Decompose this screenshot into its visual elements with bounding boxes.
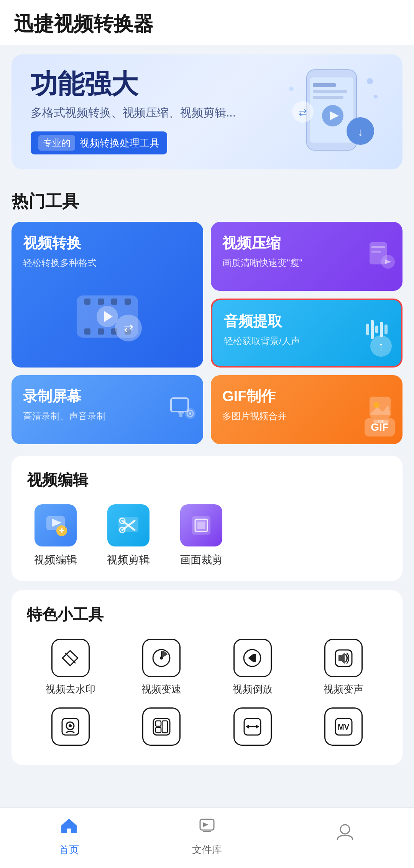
edit-tool-screen-crop[interactable]: 画面裁剪 [172, 504, 230, 567]
svg-marker-71 [203, 822, 209, 827]
special-tool-reverse[interactable]: 视频倒放 [209, 639, 296, 696]
svg-point-73 [340, 825, 350, 834]
remove-watermark-icon [51, 639, 90, 677]
svg-rect-63 [162, 721, 168, 733]
film-hole [84, 328, 90, 335]
hot-tools-bottom-row: 录制屏幕 高清录制、声音录制 GIF制作 多图片视频合并 [12, 375, 402, 444]
banner-text: 功能强大 多格式视频转换、视频压缩、视频剪辑... 专业的 视频转换处理工具 [31, 69, 276, 154]
edit-tools-row: 视频编辑 视频剪辑 [27, 504, 387, 567]
speed-change-icon [142, 639, 181, 677]
remove-watermark-label: 视频去水印 [46, 683, 95, 696]
special-tool-merge[interactable] [118, 707, 205, 751]
header: 迅捷视频转换器 [0, 0, 414, 45]
svg-rect-4 [313, 96, 343, 99]
special-tools-title: 特色小工具 [27, 604, 387, 625]
profile-icon [335, 822, 355, 847]
special-tools-section: 特色小工具 视频去水印 视频变速 [12, 590, 402, 765]
card-video-convert-subtitle: 轻松转换多种格式 [23, 257, 192, 269]
video-editing-section: 视频编辑 视频编辑 [12, 456, 402, 581]
svg-rect-3 [313, 90, 347, 93]
nav-profile[interactable] [307, 822, 383, 850]
svg-text:MV: MV [338, 723, 350, 731]
video-editing-title: 视频编辑 [27, 469, 387, 491]
voice-change-icon [324, 639, 363, 677]
card-screen-record[interactable]: 录制屏幕 高清录制、声音录制 [12, 375, 203, 444]
card-video-compress[interactable]: 视频压缩 画质清晰快速变"瘦" [211, 222, 402, 291]
screen-crop-icon [180, 504, 222, 546]
svg-rect-2 [313, 83, 336, 87]
svg-rect-72 [203, 831, 211, 832]
svg-rect-47 [197, 522, 205, 529]
video-edit-icon [34, 504, 77, 546]
svg-point-27 [189, 412, 191, 415]
card-video-convert-title: 视频转换 [23, 233, 192, 253]
svg-rect-16 [371, 251, 381, 253]
svg-rect-23 [384, 325, 388, 335]
banner: 功能强大 多格式视频转换、视频压缩、视频剪辑... 专业的 视频转换处理工具 ↓… [12, 54, 402, 169]
banner-subtitle: 多格式视频转换、视频压缩、视频剪辑... [31, 105, 276, 121]
nav-library-label: 文件库 [192, 843, 222, 857]
svg-rect-62 [156, 727, 161, 733]
svg-point-13 [374, 95, 378, 98]
special-tool-mv[interactable]: MV [300, 707, 388, 751]
banner-title: 功能强大 [31, 69, 276, 99]
nav-home-label: 首页 [59, 843, 79, 857]
banner-graphic: ↓ ⇄ [276, 66, 383, 158]
film-holes-top [77, 299, 138, 305]
card-gif-make[interactable]: GIF制作 多图片视频合并 GIF GIF [211, 375, 402, 444]
upload-icon: ↑ [370, 335, 392, 357]
nav-home[interactable]: 首页 [31, 815, 107, 857]
special-tool-voice-change[interactable]: 视频变声 [300, 639, 388, 696]
svg-text:⇄: ⇄ [299, 107, 307, 118]
film-hole [98, 299, 104, 305]
svg-point-31 [373, 402, 380, 408]
video-edit-label: 视频编辑 [34, 553, 77, 567]
hot-tools-title: 热门工具 [12, 179, 402, 222]
svg-text:↓: ↓ [358, 126, 363, 138]
screen-crop-label: 画面裁剪 [180, 553, 223, 567]
bottom-nav: 首页 文件库 [0, 807, 414, 868]
svg-marker-66 [246, 725, 249, 729]
film-hole [111, 299, 117, 305]
play-button-icon [97, 306, 118, 327]
edit-tool-video-cut[interactable]: 视频剪辑 [100, 504, 157, 567]
svg-point-59 [69, 724, 72, 727]
mv-icon: MV [324, 707, 363, 746]
card-video-convert[interactable]: 视频转换 轻松转换多种格式 [12, 222, 203, 368]
hot-tools-section: 热门工具 视频转换 轻松转换多种格式 [0, 179, 414, 456]
svg-rect-22 [380, 322, 383, 337]
svg-rect-21 [375, 326, 378, 333]
app-title: 迅捷视频转换器 [14, 11, 400, 38]
film-strip-icon: ⇄ [77, 295, 138, 338]
film-hole [84, 299, 90, 305]
merge-icon [142, 707, 181, 746]
library-icon [197, 815, 217, 840]
svg-marker-67 [256, 725, 259, 729]
special-tool-remove-watermark[interactable]: 视频去水印 [27, 639, 114, 696]
svg-rect-15 [371, 246, 385, 248]
special-tool-screen-record2[interactable] [27, 707, 114, 751]
banner-badge-text: 视频转换处理工具 [80, 136, 159, 150]
special-tool-stretch[interactable] [209, 707, 296, 751]
svg-rect-54 [253, 654, 256, 662]
svg-marker-56 [338, 653, 345, 664]
hot-tools-grid: 视频转换 轻松转换多种格式 [12, 222, 402, 368]
svg-rect-24 [171, 398, 188, 412]
edit-tool-video-edit[interactable]: 视频编辑 [27, 504, 84, 567]
play-triangle-icon [104, 311, 113, 322]
gif-badge: GIF [365, 418, 395, 436]
voice-change-label: 视频变声 [324, 683, 363, 696]
svg-rect-19 [366, 324, 369, 335]
svg-marker-53 [248, 654, 253, 662]
special-tool-speed-change[interactable]: 视频变速 [118, 639, 205, 696]
video-cut-icon [107, 504, 150, 546]
nav-library[interactable]: 文件库 [169, 815, 245, 857]
card-video-convert-icon: ⇄ [23, 277, 192, 356]
card-audio-extract[interactable]: 音频提取 轻松获取背景/人声 ↑ [211, 299, 402, 368]
svg-rect-61 [156, 721, 161, 726]
convert-arrows-icon: ⇄ [115, 315, 142, 341]
video-cut-label: 视频剪辑 [107, 553, 150, 567]
banner-badge: 专业的 视频转换处理工具 [31, 131, 167, 154]
screen-record2-icon [51, 707, 90, 746]
banner-badge-label: 专业的 [38, 135, 75, 151]
